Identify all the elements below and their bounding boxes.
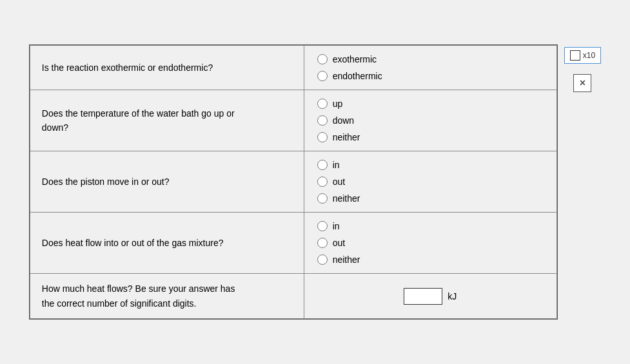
question-5: How much heat flows? Be sure your answer… — [30, 274, 304, 319]
question-table-wrapper: Is the reaction exothermic or endothermi… — [29, 44, 558, 320]
table-row: Does heat flow into or out of the gas mi… — [30, 213, 556, 274]
question-5-text-line2: the correct number of significant digits… — [42, 298, 197, 309]
table-row: How much heat flows? Be sure your answer… — [30, 274, 556, 319]
question-table: Is the reaction exothermic or endothermi… — [30, 45, 557, 319]
radio-out-3[interactable] — [317, 177, 328, 187]
label-neither-4: neither — [333, 254, 360, 265]
radio-in-3[interactable] — [317, 160, 328, 170]
option-in-3[interactable]: in — [317, 160, 544, 170]
radio-endothermic[interactable] — [317, 71, 328, 81]
answer-3: in out neither — [304, 151, 556, 213]
question-2-text-line2: down? — [42, 122, 68, 133]
option-exothermic[interactable]: exothermic — [317, 54, 544, 64]
unit-label-kj: kJ — [448, 291, 457, 302]
label-down: down — [333, 115, 354, 126]
label-exothermic: exothermic — [333, 54, 377, 64]
label-in-4: in — [333, 221, 340, 231]
radio-exothermic[interactable] — [317, 54, 328, 64]
label-neither-2: neither — [333, 132, 360, 142]
option-out-3[interactable]: out — [317, 177, 544, 187]
option-endothermic[interactable]: endothermic — [317, 71, 544, 81]
option-out-4[interactable]: out — [317, 238, 544, 248]
main-container: Is the reaction exothermic or endothermi… — [29, 44, 601, 320]
question-1: Is the reaction exothermic or endothermi… — [30, 46, 304, 90]
label-out-4: out — [333, 238, 345, 248]
label-out-3: out — [333, 177, 345, 187]
answer-4: in out neither — [304, 213, 556, 274]
option-down[interactable]: down — [317, 115, 544, 126]
question-2: Does the temperature of the water bath g… — [30, 90, 304, 151]
option-neither-2[interactable]: neither — [317, 132, 544, 142]
x10-container[interactable]: x10 — [564, 47, 601, 64]
radio-neither-2[interactable] — [317, 132, 328, 142]
question-3: Does the piston move in or out? — [30, 151, 304, 213]
close-icon: × — [580, 77, 586, 89]
options-group-4: in out neither — [317, 218, 544, 268]
radio-down[interactable] — [317, 115, 328, 126]
side-panel: x10 × — [564, 47, 601, 92]
table-row: Is the reaction exothermic or endothermi… — [30, 46, 556, 90]
question-4: Does heat flow into or out of the gas mi… — [30, 213, 304, 274]
answer-1: exothermic endothermic — [304, 46, 556, 90]
radio-neither-3[interactable] — [317, 193, 328, 204]
question-3-text: Does the piston move in or out? — [42, 177, 170, 187]
question-1-text: Is the reaction exothermic or endothermi… — [42, 62, 213, 73]
options-group-3: in out neither — [317, 157, 544, 207]
heat-flow-input-group: kJ — [317, 282, 544, 311]
radio-neither-4[interactable] — [317, 254, 328, 265]
options-group-2: up down neither — [317, 95, 544, 146]
answer-5: kJ — [304, 274, 556, 319]
table-row: Does the temperature of the water bath g… — [30, 90, 556, 151]
radio-out-4[interactable] — [317, 238, 328, 248]
heat-flow-input[interactable] — [404, 288, 442, 305]
question-2-text-line1: Does the temperature of the water bath g… — [42, 108, 235, 119]
radio-in-4[interactable] — [317, 221, 328, 231]
question-5-text-line1: How much heat flows? Be sure your answer… — [42, 283, 235, 294]
close-button[interactable]: × — [573, 74, 591, 92]
options-group-1: exothermic endothermic — [317, 51, 544, 84]
x10-label: x10 — [583, 51, 595, 60]
radio-up[interactable] — [317, 99, 328, 109]
option-in-4[interactable]: in — [317, 221, 544, 231]
label-neither-3: neither — [333, 193, 360, 204]
option-neither-3[interactable]: neither — [317, 193, 544, 204]
option-up[interactable]: up — [317, 99, 544, 109]
label-in-3: in — [333, 160, 340, 170]
table-row: Does the piston move in or out? in out — [30, 151, 556, 213]
question-4-text: Does heat flow into or out of the gas mi… — [42, 238, 224, 248]
label-up: up — [333, 99, 343, 109]
x10-checkbox[interactable] — [570, 50, 580, 61]
label-endothermic: endothermic — [333, 71, 382, 81]
option-neither-4[interactable]: neither — [317, 254, 544, 265]
answer-2: up down neither — [304, 90, 556, 151]
